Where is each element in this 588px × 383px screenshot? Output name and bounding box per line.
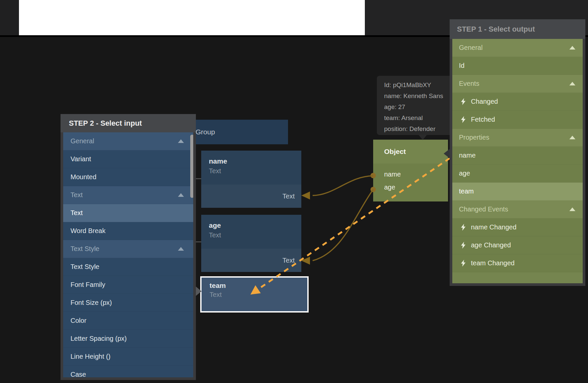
menu-item-label: Text [71,209,83,217]
menu-item-label: Changed [471,98,498,105]
menu-item-label: Id [459,62,465,69]
step1-item-changed[interactable]: Changed [452,93,583,111]
menu-item-label: Events [459,80,479,87]
lightning-icon [461,242,466,249]
step1-section-general[interactable]: General [452,39,583,57]
collapse-up-icon[interactable] [569,136,575,139]
tooltip-caret-icon [418,135,427,140]
step2-item-color[interactable]: Color [63,312,193,330]
step1-item-team[interactable]: team [452,183,583,200]
step1-select-output-menu: STEP 1 - Select output GeneralIdEvents C… [450,19,585,286]
object-port-label-name: name [384,171,401,178]
step2-item-font-family[interactable]: Font Family [63,276,193,294]
team-text-node-selected[interactable]: team Text [200,276,309,313]
node-editor-canvas[interactable]: Group name Text Text age Text Text team … [0,0,588,383]
tooltip-line: name: Kenneth Sans [384,90,453,101]
lightning-icon [461,116,466,123]
object-node[interactable]: Object nameage [373,140,448,201]
step2-item-letter-spacing-px[interactable]: Letter Spacing (px) [63,330,193,348]
lightning-icon [461,260,466,267]
text-input-port[interactable]: Text [282,257,295,264]
node-subtitle: Text [201,165,301,175]
node-subtitle: Text [202,290,307,299]
menu-item-label: Text Style [71,245,99,253]
lightning-icon [461,98,466,105]
step2-item-font-size-px[interactable]: Font Size (px) [63,294,193,312]
menu-item-label: General [71,137,94,145]
collapse-up-icon[interactable] [178,247,184,251]
step1-section-changed-events[interactable]: Changed Events [452,200,583,218]
connection-arrow-age-icon [301,257,310,265]
menu-item-label: Color [71,317,86,324]
node-title: name [201,151,301,165]
menu-item-label: General [459,44,483,52]
step1-menu-title: STEP 1 - Select output [450,19,585,39]
step2-item-line-height[interactable]: Line Height () [63,348,193,366]
tooltip-line: age: 27 [384,101,453,112]
connection-object-age [313,190,373,261]
node-title: Object [373,140,448,164]
collapse-up-icon[interactable] [569,46,575,50]
step2-scrollbar[interactable] [190,135,194,198]
step1-item-id[interactable]: Id [452,57,583,75]
age-text-node[interactable]: age Text Text [201,215,301,272]
step2-menu-caret-icon [196,287,202,296]
step1-section-properties[interactable]: Properties [452,129,583,147]
step1-item-age-changed[interactable]: age Changed [452,236,583,254]
step2-item-word-break[interactable]: Word Break [63,222,193,240]
menu-item-label: Variant [71,155,91,163]
menu-item-label: Letter Spacing (px) [71,335,127,342]
menu-item-label: Fetched [471,116,495,123]
menu-item-label: name Changed [471,223,516,231]
menu-item-label: Text [71,191,83,199]
connection-object-name [313,176,373,195]
menu-item-label: Text Style [71,263,99,271]
step2-select-input-menu: STEP 2 - Select input GeneralVariantMoun… [61,114,196,380]
tooltip-line: team: Arsenal [384,112,453,123]
name-text-node[interactable]: name Text Text [201,151,301,208]
lightning-icon [461,224,466,231]
node-subtitle: Text [201,229,301,239]
tooltip-line: Id: pQi1MaBbXY [384,79,453,90]
step1-item-age[interactable]: age [452,165,583,183]
text-input-port[interactable]: Text [282,192,295,200]
step2-item-mounted[interactable]: Mounted [63,168,193,186]
step2-section-general[interactable]: General [63,132,193,150]
menu-item-label: team [459,188,474,195]
step1-section-events[interactable]: Events [452,75,583,93]
menu-item-label: Line Height () [71,353,110,360]
step1-item-team-changed[interactable]: team Changed [452,254,583,272]
preview-window [19,0,365,35]
connection-arrow-name-icon [301,192,310,199]
menu-item-label: age Changed [471,241,511,249]
step2-section-text-style[interactable]: Text Style [63,240,193,258]
object-port-dot-age[interactable] [370,187,376,192]
collapse-up-icon[interactable] [178,193,184,197]
step2-menu-title: STEP 2 - Select input [61,114,196,132]
menu-item-label: name [459,152,476,159]
collapse-up-icon[interactable] [569,82,575,85]
collapse-up-icon[interactable] [178,139,184,143]
step2-item-text[interactable]: Text [63,204,193,222]
step2-section-text[interactable]: Text [63,186,193,204]
node-title: age [201,215,301,229]
menu-item-label: Font Family [71,281,105,289]
menu-item-label: Changed Events [459,205,508,213]
menu-item-label: team Changed [471,259,514,267]
node-title: team [202,278,307,290]
step2-item-case[interactable]: Case [63,366,193,380]
step1-item-name-changed[interactable]: name Changed [452,218,583,236]
step1-menu-caret-icon [444,149,450,158]
step2-item-text-style[interactable]: Text Style [63,258,193,276]
step1-item-fetched[interactable]: Fetched [452,111,583,129]
object-data-tooltip: Id: pQi1MaBbXYname: Kenneth Sansage: 27t… [377,76,453,135]
menu-item-label: Properties [459,134,489,141]
step2-item-variant[interactable]: Variant [63,150,193,168]
step1-item-name[interactable]: name [452,147,583,165]
object-port-dot-name[interactable] [370,173,376,178]
menu-item-label: Word Break [71,227,105,235]
tooltip-line: position: Defender [384,123,453,134]
collapse-up-icon[interactable] [569,207,575,211]
menu-item-label: Case [71,371,86,378]
menu-item-label: Font Size (px) [71,299,112,307]
